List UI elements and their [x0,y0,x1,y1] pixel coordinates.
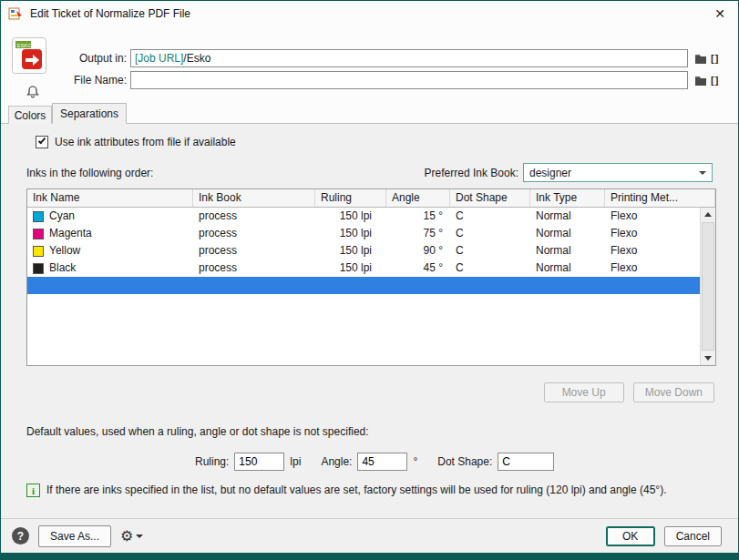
ink-type-cell: Normal [530,260,605,277]
ruling-cell: 150 lpi [315,208,386,225]
settings-menu-button[interactable]: ⚙ [120,529,143,544]
scrollbar-thumb[interactable] [702,222,714,351]
dot-shape-cell: C [450,225,530,242]
output-browse-folder-icon[interactable] [693,51,708,66]
gear-icon: ⚙ [120,529,133,544]
ink-row[interactable]: Cyanprocess150 lpi15 °CNormalFlexo [27,208,700,225]
move-down-button[interactable]: Move Down [633,382,714,402]
ink-type-cell: Normal [530,208,605,225]
footer-bar: ? Save As... ⚙ OK Cancel [1,518,738,553]
ink-color-swatch [33,211,44,222]
save-as-button[interactable]: Save As... [38,525,111,547]
preferred-ink-book-label: Preferred Ink Book: [425,167,518,179]
scroll-down-icon[interactable] [701,351,715,365]
scroll-up-icon[interactable] [701,208,715,221]
tab-colors[interactable]: Colors [8,106,52,124]
app-ticket-icon [8,6,23,21]
use-ink-attributes-checkbox[interactable]: Use ink attributes from file if availabl… [36,136,236,148]
angle-cell: 15 ° [386,208,450,225]
ink-book-cell: process [193,242,315,260]
caret-down-icon [136,535,143,542]
preferred-ink-book-select[interactable]: designer [523,163,713,182]
svg-text:ESKO: ESKO [17,43,33,48]
output-smartname-insert-icon[interactable]: [ ] [711,53,717,64]
ok-button[interactable]: OK [606,526,655,546]
column-header-ink-name[interactable]: Ink Name [27,189,193,207]
ink-row[interactable]: Blackprocess150 lpi45 °CNormalFlexo [27,260,700,277]
ruling-label: Ruling: [195,455,229,468]
ink-name: Yellow [49,242,80,260]
ink-name: Magenta [49,225,92,242]
info-text: If there are inks specified in the list,… [46,484,667,496]
chevron-down-icon [699,171,706,178]
inks-order-label: Inks in the following order: [26,167,153,179]
ink-name-cell: Magenta [27,225,193,242]
ink-name: Black [49,260,76,277]
close-icon[interactable]: ✕ [711,5,729,23]
angle-unit-label: ° [413,455,417,468]
angle-cell: 90 ° [386,242,450,260]
ink-book-cell: process [193,225,315,242]
titlebar[interactable]: Edit Ticket of Normalize PDF File ✕ [1,1,738,25]
printing-method-cell: Flexo [605,208,700,225]
ink-name-cell: Black [27,260,193,277]
info-icon: i [26,484,40,497]
esko-logo: ESKO [12,37,46,76]
angle-cell: 45 ° [386,260,450,277]
file-name-label: File Name: [52,74,127,87]
angle-label: Angle: [321,455,352,468]
column-header-printing-met[interactable]: Printing Met... [605,189,715,207]
bell-icon[interactable] [26,85,40,102]
window-title: Edit Ticket of Normalize PDF File [30,7,190,20]
dot-shape-cell: C [450,242,530,260]
checkbox-box[interactable] [36,136,48,148]
printing-method-cell: Flexo [605,225,700,242]
dot-shape-cell: C [450,260,530,277]
column-header-angle[interactable]: Angle [386,189,450,207]
tab-separations[interactable]: Separations [52,103,127,124]
ink-type-cell: Normal [530,242,605,260]
move-up-button[interactable]: Move Up [544,382,624,402]
angle-cell: 75 ° [386,225,450,242]
help-icon[interactable]: ? [12,527,29,545]
ink-book-cell: process [193,208,315,225]
ink-name-cell: Cyan [27,208,193,225]
output-path-text: /Esko [183,52,210,65]
ink-name: Cyan [49,208,75,225]
ink-name-cell: Yellow [27,242,193,260]
ink-row[interactable]: Magentaprocess150 lpi75 °CNormalFlexo [27,225,700,242]
ruling-cell: 150 lpi [315,242,386,260]
inks-table: Ink NameInk BookRulingAngleDot ShapeInk … [26,188,716,366]
cancel-button[interactable]: Cancel [664,526,722,546]
column-header-ink-type[interactable]: Ink Type [530,189,605,207]
angle-input[interactable] [357,453,407,471]
printing-method-cell: Flexo [605,242,700,260]
filename-browse-folder-icon[interactable] [693,73,708,87]
filename-smartname-insert-icon[interactable]: [ ] [711,75,717,86]
defaults-heading: Default values, used when a ruling, angl… [26,425,369,438]
ink-color-swatch [33,246,44,257]
dot-shape-label: Dot Shape: [437,455,492,468]
file-name-input[interactable] [130,71,688,89]
ink-book-cell: process [193,260,315,277]
dot-shape-cell: C [450,208,530,225]
ruling-cell: 150 lpi [315,260,386,277]
checkmark-icon [38,137,46,145]
ink-color-swatch [33,229,44,239]
ink-row[interactable]: Yellowprocess150 lpi90 °CNormalFlexo [27,242,700,260]
dot-shape-input[interactable] [498,453,554,471]
ruling-unit-label: lpi [290,455,301,468]
column-header-ink-book[interactable]: Ink Book [193,189,315,207]
printing-method-cell: Flexo [605,260,700,277]
column-header-dot-shape[interactable]: Dot Shape [450,189,530,207]
checkbox-label: Use ink attributes from file if availabl… [55,136,236,148]
output-in-field[interactable]: [Job URL] /Esko [130,49,688,67]
ink-color-swatch [33,263,44,274]
ruling-input[interactable] [234,453,284,471]
window-bottom-edge [1,553,738,559]
vertical-scrollbar[interactable] [700,208,715,365]
column-header-ruling[interactable]: Ruling [315,189,386,207]
inks-table-body: Cyanprocess150 lpi15 °CNormalFlexoMagent… [27,208,700,365]
selected-empty-row[interactable] [27,277,700,294]
ruling-cell: 150 lpi [315,225,386,242]
